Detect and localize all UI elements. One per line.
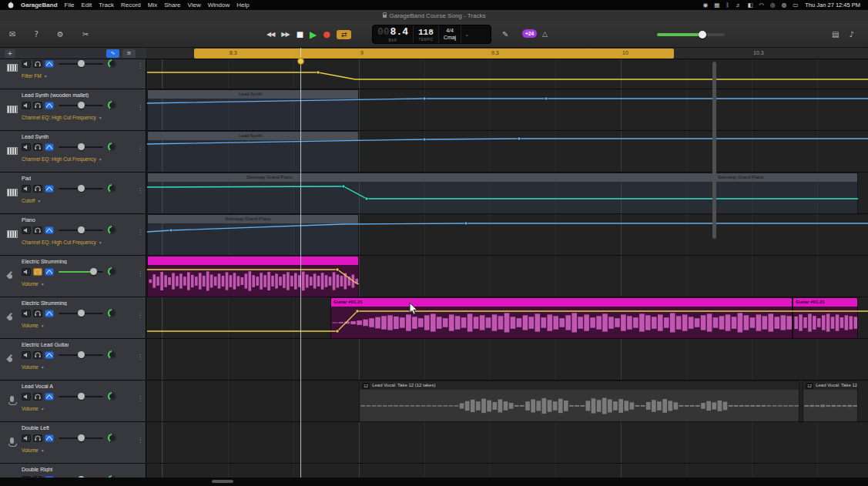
volume-slider[interactable] [59,143,103,150]
lcd-tempo[interactable]: 118 TEMPO [414,25,439,43]
mute-button[interactable] [22,310,31,317]
automation-curve[interactable] [147,214,868,256]
pan-knob[interactable] [108,101,116,109]
automation-view-button[interactable]: ∿ [106,49,119,58]
volume-slider[interactable] [59,185,103,192]
mute-button[interactable] [22,143,31,151]
mute-button[interactable] [22,268,31,276]
volume-slider[interactable] [59,351,103,358]
mute-button[interactable] [22,393,31,401]
automation-curve[interactable] [147,131,868,173]
wifi-icon[interactable]: ◠ [759,2,765,8]
track-automation-param[interactable]: Channel EQ: High Cut Frequency ▼ [22,115,102,120]
volume-slider-knob[interactable] [78,434,85,441]
mute-button[interactable] [22,102,31,109]
track-automation-param[interactable]: Channel EQ: High Cut Frequency ▼ [22,240,102,245]
automation-button[interactable] [45,143,54,151]
solo-button[interactable] [33,226,42,234]
apple-menu[interactable] [8,2,14,8]
track-grip-icon[interactable]: ⋮ [137,146,143,153]
track-grip-icon[interactable]: ⋮ [137,229,143,236]
volume-slider-knob[interactable] [78,143,85,150]
keyboard-icon[interactable]: ◧ [747,2,752,8]
display-icon[interactable]: ▦ [714,2,719,8]
menu-item-record[interactable]: Record [121,2,141,8]
track-automation-param[interactable]: Channel EQ: High Cut Frequency ▼ [22,156,102,162]
menu-item-view[interactable]: View [188,2,201,8]
solo-button[interactable] [33,310,42,317]
solo-button[interactable] [33,102,42,109]
cycle-region[interactable] [194,49,674,59]
lcd-display[interactable]: 00 8.4 BAR 118 TEMPO 4/4 Cmaj ⌄ [372,25,491,44]
battery-icon[interactable]: ▭ [793,2,798,8]
pan-knob[interactable] [108,350,116,359]
track-header[interactable]: ⋮ Lead Synth (wooden mallet) Channel EQ:… [0,89,146,131]
volume-slider-knob[interactable] [78,102,85,109]
track-lane[interactable]: Lead Synth [147,89,868,131]
volume-slider-knob[interactable] [78,226,85,233]
play-button[interactable]: ▶ [310,29,316,40]
master-volume-knob[interactable] [699,31,706,39]
volume-slider[interactable] [59,268,103,275]
solo-button[interactable] [33,185,42,193]
track-grip-icon[interactable]: ⋮ [137,437,143,444]
stop-button[interactable]: ■ [297,30,303,39]
automation-button[interactable] [45,351,54,359]
automation-curve[interactable] [147,173,868,214]
track-header[interactable]: ⋮ Electric Lead Guitar Volume ▼ [0,339,146,380]
mute-button[interactable] [22,60,31,68]
transpose-badge[interactable]: +24 [522,29,537,38]
track-header[interactable]: ⋮ Lead Synth Channel EQ: High Cut Freque… [0,131,146,173]
automation-curve[interactable] [147,59,868,89]
forward-button[interactable]: ▶▶ [281,31,289,38]
menu-item-share[interactable]: Share [164,2,180,8]
track-header[interactable]: ⋮ Double Right ▼ [0,464,146,478]
track-lane[interactable] [147,256,868,297]
vertical-scrollbar[interactable] [712,62,716,239]
lcd-chevron-icon[interactable]: ⌄ [461,25,472,43]
track-automation-param[interactable]: Cutoff ▼ [22,198,41,203]
automation-button[interactable] [45,185,54,193]
automation-button[interactable] [45,268,54,276]
track-automation-param[interactable]: Volume ▼ [22,406,45,411]
track-lane[interactable] [147,464,868,478]
bluetooth-icon[interactable]: ᛒ [726,2,729,8]
app-menu[interactable]: GarageBand [21,2,58,8]
region[interactable]: 12Lead Vocal: Take 12 [803,380,858,422]
track-header[interactable]: ⋮ Double Left Volume ▼ [0,422,146,464]
automation-button[interactable] [45,226,54,234]
track-automation-param[interactable]: Volume ▼ [22,323,45,328]
track-grip-icon[interactable]: ⋮ [137,312,143,319]
volume-icon[interactable]: ♬ [736,2,742,8]
editors-icon[interactable]: ✂ [82,30,89,39]
mute-button[interactable] [22,185,31,193]
volume-slider[interactable] [59,393,103,400]
track-header[interactable]: ⋮ Piano Channel EQ: High Cut Frequency ▼ [0,214,146,256]
horizontal-scrollbar[interactable] [212,480,233,483]
menu-clock[interactable]: Thu Jan 27 12:45 PM [805,2,860,8]
track-automation-param[interactable]: Filter FM ▼ [22,73,48,79]
volume-slider-knob[interactable] [78,60,85,67]
automation-button[interactable] [45,393,54,401]
region[interactable]: 12Lead Vocal: Take 12 (12 takes) [359,380,799,422]
tuner-icon[interactable]: ✎ [502,30,508,39]
pan-knob[interactable] [108,142,116,151]
volume-slider-knob[interactable] [78,351,85,358]
menu-item-edit[interactable]: Edit [81,2,92,8]
volume-slider-knob[interactable] [78,393,85,400]
metronome-icon[interactable]: △ [542,30,548,38]
track-grip-icon[interactable]: ⋮ [137,62,143,69]
track-lane[interactable]: Steinway Grand PianoSteinway Grand Piano [147,173,868,214]
track-header[interactable]: ⋮ Electric Strumming Volume ▼ [0,297,146,339]
track-automation-param[interactable]: Volume ▼ [22,281,45,287]
track-lane[interactable] [147,59,868,89]
pan-knob[interactable] [108,267,116,276]
quick-help-icon[interactable]: ? [34,30,38,39]
track-automation-param[interactable]: Volume ▼ [22,364,45,370]
smart-controls-icon[interactable]: ⚙ [57,30,64,39]
mute-button[interactable] [22,351,31,359]
pan-knob[interactable] [108,434,116,442]
mute-button[interactable] [22,226,31,234]
track-lane[interactable]: Guitar #01.21Guitar #01.21 [147,297,868,339]
rewind-button[interactable]: ◀◀ [266,31,274,38]
